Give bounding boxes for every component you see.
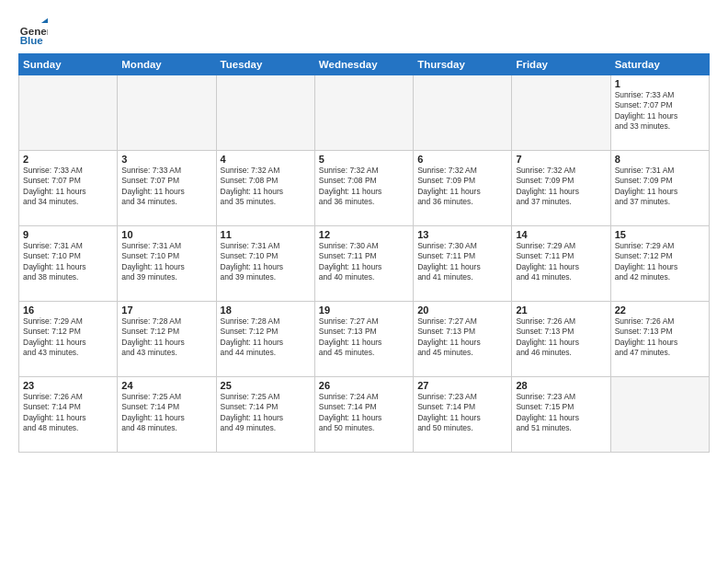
calendar-day-empty	[610, 377, 709, 453]
day-number: 9	[23, 229, 113, 240]
day-number: 27	[417, 380, 507, 391]
day-detail-text: Sunrise: 7:33 AM Sunset: 7:07 PM Dayligh…	[23, 166, 113, 208]
calendar-day-empty	[19, 75, 118, 151]
day-detail-text: Sunrise: 7:31 AM Sunset: 7:09 PM Dayligh…	[615, 166, 705, 208]
day-number: 22	[615, 304, 705, 316]
day-detail-text: Sunrise: 7:33 AM Sunset: 7:07 PM Dayligh…	[121, 166, 211, 208]
calendar-header: General Blue	[18, 17, 710, 46]
calendar-day-1: 1Sunrise: 7:33 AM Sunset: 7:07 PM Daylig…	[610, 75, 709, 151]
day-detail-text: Sunrise: 7:30 AM Sunset: 7:11 PM Dayligh…	[417, 241, 507, 283]
svg-marker-2	[41, 18, 48, 23]
calendar-day-3: 3Sunrise: 7:33 AM Sunset: 7:07 PM Daylig…	[118, 151, 216, 226]
day-detail-text: Sunrise: 7:31 AM Sunset: 7:10 PM Dayligh…	[121, 241, 211, 283]
day-detail-text: Sunrise: 7:26 AM Sunset: 7:14 PM Dayligh…	[23, 392, 113, 434]
day-detail-text: Sunrise: 7:28 AM Sunset: 7:12 PM Dayligh…	[121, 316, 211, 359]
logo: General Blue	[18, 17, 48, 46]
calendar-table: SundayMondayTuesdayWednesdayThursdayFrid…	[18, 53, 710, 453]
day-detail-text: Sunrise: 7:27 AM Sunset: 7:13 PM Dayligh…	[417, 316, 507, 359]
calendar-day-empty	[314, 75, 413, 151]
calendar-day-11: 11Sunrise: 7:31 AM Sunset: 7:10 PM Dayli…	[216, 226, 314, 302]
calendar-day-25: 25Sunrise: 7:25 AM Sunset: 7:14 PM Dayli…	[216, 377, 314, 453]
day-detail-text: Sunrise: 7:31 AM Sunset: 7:10 PM Dayligh…	[23, 241, 113, 283]
calendar-day-21: 21Sunrise: 7:26 AM Sunset: 7:13 PM Dayli…	[512, 302, 610, 377]
day-number: 12	[319, 229, 409, 240]
day-number: 17	[121, 304, 211, 316]
day-detail-text: Sunrise: 7:30 AM Sunset: 7:11 PM Dayligh…	[319, 241, 409, 283]
calendar-day-empty	[216, 75, 314, 151]
day-detail-text: Sunrise: 7:33 AM Sunset: 7:07 PM Dayligh…	[615, 90, 705, 132]
calendar-day-5: 5Sunrise: 7:32 AM Sunset: 7:08 PM Daylig…	[314, 151, 413, 226]
calendar-day-14: 14Sunrise: 7:29 AM Sunset: 7:11 PM Dayli…	[512, 226, 610, 302]
day-number: 15	[615, 229, 705, 240]
calendar-body: 1Sunrise: 7:33 AM Sunset: 7:07 PM Daylig…	[19, 75, 710, 453]
calendar-week-5: 23Sunrise: 7:26 AM Sunset: 7:14 PM Dayli…	[19, 377, 710, 453]
calendar-day-empty	[414, 75, 512, 151]
day-detail-text: Sunrise: 7:28 AM Sunset: 7:12 PM Dayligh…	[221, 316, 311, 359]
calendar-week-4: 16Sunrise: 7:29 AM Sunset: 7:12 PM Dayli…	[19, 302, 710, 377]
day-detail-text: Sunrise: 7:29 AM Sunset: 7:12 PM Dayligh…	[23, 316, 113, 359]
day-number: 16	[23, 304, 113, 316]
day-detail-text: Sunrise: 7:24 AM Sunset: 7:14 PM Dayligh…	[319, 392, 409, 434]
day-header-thursday: Thursday	[414, 54, 512, 75]
day-detail-text: Sunrise: 7:32 AM Sunset: 7:09 PM Dayligh…	[516, 166, 606, 208]
day-detail-text: Sunrise: 7:26 AM Sunset: 7:13 PM Dayligh…	[516, 316, 606, 359]
calendar-day-22: 22Sunrise: 7:26 AM Sunset: 7:13 PM Dayli…	[610, 302, 709, 377]
day-number: 3	[121, 154, 211, 165]
calendar-day-28: 28Sunrise: 7:23 AM Sunset: 7:15 PM Dayli…	[512, 377, 610, 453]
day-number: 19	[319, 304, 409, 316]
day-detail-text: Sunrise: 7:32 AM Sunset: 7:09 PM Dayligh…	[417, 166, 507, 208]
day-detail-text: Sunrise: 7:29 AM Sunset: 7:12 PM Dayligh…	[615, 241, 705, 283]
calendar-day-19: 19Sunrise: 7:27 AM Sunset: 7:13 PM Dayli…	[314, 302, 413, 377]
day-number: 5	[319, 154, 409, 165]
calendar-day-18: 18Sunrise: 7:28 AM Sunset: 7:12 PM Dayli…	[216, 302, 314, 377]
calendar-day-24: 24Sunrise: 7:25 AM Sunset: 7:14 PM Dayli…	[118, 377, 216, 453]
calendar-week-1: 1Sunrise: 7:33 AM Sunset: 7:07 PM Daylig…	[19, 75, 710, 151]
calendar-day-9: 9Sunrise: 7:31 AM Sunset: 7:10 PM Daylig…	[19, 226, 118, 302]
day-headers-row: SundayMondayTuesdayWednesdayThursdayFrid…	[19, 54, 710, 75]
svg-text:Blue: Blue	[20, 35, 44, 46]
calendar-day-17: 17Sunrise: 7:28 AM Sunset: 7:12 PM Dayli…	[118, 302, 216, 377]
day-number: 18	[221, 304, 311, 316]
day-number: 1	[615, 78, 705, 89]
calendar-day-empty	[118, 75, 216, 151]
calendar-day-27: 27Sunrise: 7:23 AM Sunset: 7:14 PM Dayli…	[414, 377, 512, 453]
day-number: 10	[121, 229, 211, 240]
day-header-tuesday: Tuesday	[216, 54, 314, 75]
day-number: 14	[516, 229, 606, 240]
day-number: 6	[417, 154, 507, 165]
calendar-day-16: 16Sunrise: 7:29 AM Sunset: 7:12 PM Dayli…	[19, 302, 118, 377]
day-number: 13	[417, 229, 507, 240]
day-detail-text: Sunrise: 7:27 AM Sunset: 7:13 PM Dayligh…	[319, 316, 409, 359]
day-detail-text: Sunrise: 7:23 AM Sunset: 7:15 PM Dayligh…	[516, 392, 606, 434]
day-header-sunday: Sunday	[19, 54, 118, 75]
calendar-day-7: 7Sunrise: 7:32 AM Sunset: 7:09 PM Daylig…	[512, 151, 610, 226]
calendar-day-8: 8Sunrise: 7:31 AM Sunset: 7:09 PM Daylig…	[610, 151, 709, 226]
logo-icon: General Blue	[18, 17, 48, 46]
day-number: 23	[23, 380, 113, 391]
calendar-day-13: 13Sunrise: 7:30 AM Sunset: 7:11 PM Dayli…	[414, 226, 512, 302]
calendar-day-empty	[512, 75, 610, 151]
day-number: 4	[221, 154, 311, 165]
calendar-day-26: 26Sunrise: 7:24 AM Sunset: 7:14 PM Dayli…	[314, 377, 413, 453]
day-detail-text: Sunrise: 7:25 AM Sunset: 7:14 PM Dayligh…	[121, 392, 211, 434]
calendar-week-2: 2Sunrise: 7:33 AM Sunset: 7:07 PM Daylig…	[19, 151, 710, 226]
calendar-day-23: 23Sunrise: 7:26 AM Sunset: 7:14 PM Dayli…	[19, 377, 118, 453]
day-detail-text: Sunrise: 7:31 AM Sunset: 7:10 PM Dayligh…	[221, 241, 311, 283]
calendar-day-2: 2Sunrise: 7:33 AM Sunset: 7:07 PM Daylig…	[19, 151, 118, 226]
day-header-saturday: Saturday	[610, 54, 709, 75]
day-header-wednesday: Wednesday	[314, 54, 413, 75]
day-header-monday: Monday	[118, 54, 216, 75]
day-number: 2	[23, 154, 113, 165]
day-detail-text: Sunrise: 7:25 AM Sunset: 7:14 PM Dayligh…	[221, 392, 311, 434]
calendar-day-15: 15Sunrise: 7:29 AM Sunset: 7:12 PM Dayli…	[610, 226, 709, 302]
day-number: 8	[615, 154, 705, 165]
day-detail-text: Sunrise: 7:29 AM Sunset: 7:11 PM Dayligh…	[516, 241, 606, 283]
calendar-day-12: 12Sunrise: 7:30 AM Sunset: 7:11 PM Dayli…	[314, 226, 413, 302]
day-number: 26	[319, 380, 409, 391]
calendar-day-6: 6Sunrise: 7:32 AM Sunset: 7:09 PM Daylig…	[414, 151, 512, 226]
calendar-day-20: 20Sunrise: 7:27 AM Sunset: 7:13 PM Dayli…	[414, 302, 512, 377]
day-number: 21	[516, 304, 606, 316]
day-detail-text: Sunrise: 7:23 AM Sunset: 7:14 PM Dayligh…	[417, 392, 507, 434]
day-number: 24	[121, 380, 211, 391]
day-number: 25	[221, 380, 311, 391]
